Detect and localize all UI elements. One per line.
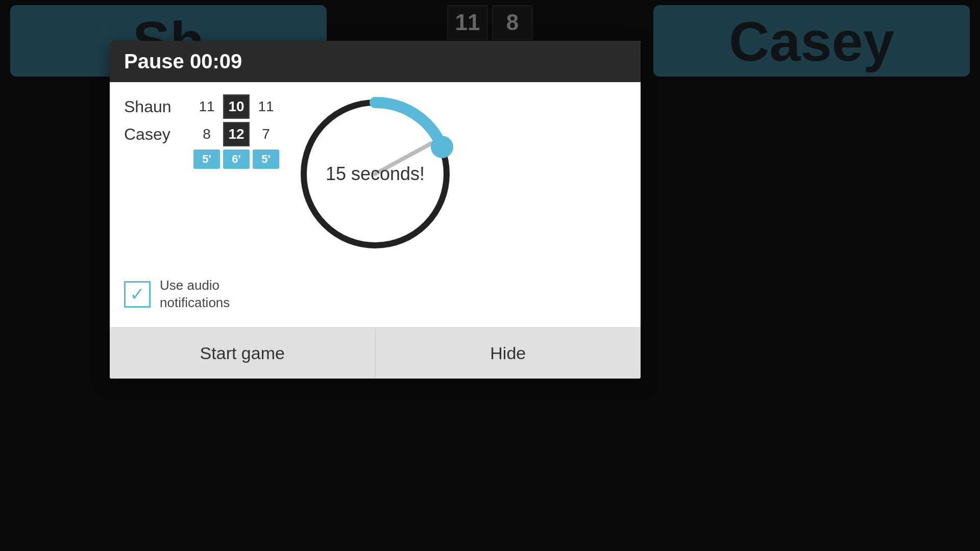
timer-container: 15 seconds! xyxy=(293,92,457,256)
dialog-header: Pause 00:09 xyxy=(110,41,641,82)
shaun-score-1: 10 xyxy=(223,94,250,119)
set-label-0: 5' xyxy=(193,149,220,169)
casey-score-1: 12 xyxy=(223,122,250,146)
casey-score-0: 8 xyxy=(193,122,220,146)
timer-dot xyxy=(431,136,453,158)
checkmark-icon: ✓ xyxy=(130,284,145,305)
casey-score-2: 7 xyxy=(253,122,279,146)
dialog-footer: Start game Hide xyxy=(110,327,641,379)
timer-text: 15 seconds! xyxy=(326,163,425,185)
pause-dialog: Pause 00:09 Shaun 11 10 11 Casey 8 12 7 … xyxy=(110,41,641,379)
shaun-score-0: 11 xyxy=(193,94,220,119)
dialog-title: Pause 00:09 xyxy=(124,50,626,73)
audio-notification-area: ✓ Use audio notifications xyxy=(124,277,230,312)
set-label-2: 5' xyxy=(253,149,279,169)
dialog-body: Shaun 11 10 11 Casey 8 12 7 5' 6' 5' xyxy=(110,82,641,327)
start-game-button[interactable]: Start game xyxy=(110,328,376,379)
audio-checkbox[interactable]: ✓ xyxy=(124,281,151,308)
casey-name: Casey xyxy=(124,125,190,144)
shaun-score-2: 11 xyxy=(253,94,279,119)
hide-button[interactable]: Hide xyxy=(376,328,641,379)
shaun-name: Shaun xyxy=(124,97,190,116)
audio-label: Use audio notifications xyxy=(160,277,230,312)
set-label-1: 6' xyxy=(223,149,250,169)
